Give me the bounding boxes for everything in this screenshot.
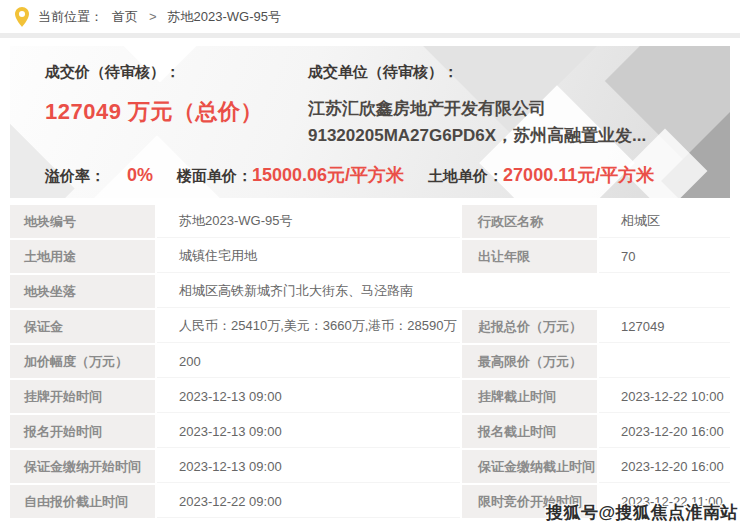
- field-label: 挂牌开始时间: [10, 380, 155, 413]
- field-value: 相城区高铁新城齐门北大街东、马泾路南: [157, 275, 730, 308]
- location-pin-icon: [15, 7, 29, 27]
- breadcrumb-separator: >: [149, 9, 157, 24]
- deal-unit-company-code: 91320205MA27G6PD6X，苏州高融置业发...: [308, 122, 730, 149]
- breadcrumb-prefix: 当前位置：: [38, 8, 103, 26]
- field-value: 苏地2023-WG-95号: [157, 205, 460, 238]
- field-label: 加价幅度（万元）: [10, 345, 155, 378]
- table-row: 保证金缴纳开始时间 2023-12-13 09:00 保证金缴纳截止时间 202…: [10, 450, 730, 483]
- field-label: 地块坐落: [10, 275, 155, 308]
- parcel-info-table: 地块编号 苏地2023-WG-95号 行政区名称 相城区 土地用途 城镇住宅用地…: [10, 205, 730, 518]
- field-value: 2023-12-22 10:00: [599, 380, 730, 413]
- field-value: 2023-12-13 09:00: [157, 380, 460, 413]
- breadcrumb-current: 苏地2023-WG-95号: [168, 8, 281, 26]
- field-label: 报名开始时间: [10, 415, 155, 448]
- field-label: 行政区名称: [462, 205, 597, 238]
- table-row: 挂牌开始时间 2023-12-13 09:00 挂牌截止时间 2023-12-2…: [10, 380, 730, 413]
- deal-unit-label: 成交单位（待审核）：: [308, 63, 730, 82]
- deal-price-label: 成交价（待审核）：: [45, 63, 263, 82]
- watermark: 搜狐号@搜狐焦点淮南站: [546, 501, 738, 524]
- breadcrumb: 当前位置： 首页 > 苏地2023-WG-95号: [0, 0, 740, 38]
- field-label: 地块编号: [10, 205, 155, 238]
- deal-summary-panel: 成交价（待审核）： 127049 万元（总价） 成交单位（待审核）： 江苏汇欣鑫…: [10, 46, 730, 198]
- table-row: 报名开始时间 2023-12-13 09:00 报名截止时间 2023-12-2…: [10, 415, 730, 448]
- deal-price-value: 127049 万元（总价）: [45, 97, 263, 127]
- field-label: 起报总价（万元）: [462, 310, 597, 343]
- stat-land-unit-price: 土地单价： 27000.11元/平方米: [428, 163, 654, 187]
- table-row: 加价幅度（万元） 200 最高限价（万元）: [10, 345, 730, 378]
- deal-stats-row: 溢价率： 0% 楼面单价： 15000.06元/平方米 土地单价： 27000.…: [45, 163, 654, 187]
- field-label: 保证金: [10, 310, 155, 343]
- field-value: 70: [599, 240, 730, 273]
- field-label: 出让年限: [462, 240, 597, 273]
- field-value: 2023-12-13 09:00: [157, 450, 460, 483]
- stat-premium-rate: 溢价率： 0%: [45, 165, 153, 186]
- field-value: 相城区: [599, 205, 730, 238]
- field-value: 2023-12-22 09:00: [157, 485, 460, 518]
- deal-unit-company-name: 江苏汇欣鑫房地产开发有限公司: [308, 95, 730, 122]
- field-value: 200: [157, 345, 460, 378]
- field-label: 最高限价（万元）: [462, 345, 597, 378]
- field-label: 报名截止时间: [462, 415, 597, 448]
- field-value: [599, 345, 730, 378]
- field-value: 人民币：25410万,美元：3660万,港币：28590万: [157, 310, 460, 343]
- field-value: 2023-12-13 09:00: [157, 415, 460, 448]
- field-label: 保证金缴纳截止时间: [462, 450, 597, 483]
- field-label: 自由报价截止时间: [10, 485, 155, 518]
- table-row: 土地用途 城镇住宅用地 出让年限 70: [10, 240, 730, 273]
- field-label: 挂牌截止时间: [462, 380, 597, 413]
- table-row: 保证金 人民币：25410万,美元：3660万,港币：28590万 起报总价（万…: [10, 310, 730, 343]
- stat-floor-unit-price: 楼面单价： 15000.06元/平方米: [177, 163, 404, 187]
- field-value: 2023-12-20 16:00: [599, 415, 730, 448]
- breadcrumb-home-link[interactable]: 首页: [112, 8, 138, 26]
- field-label: 土地用途: [10, 240, 155, 273]
- field-value: 城镇住宅用地: [157, 240, 460, 273]
- field-label: 保证金缴纳开始时间: [10, 450, 155, 483]
- table-row: 地块编号 苏地2023-WG-95号 行政区名称 相城区: [10, 205, 730, 238]
- field-value: 2023-12-20 16:00: [599, 450, 730, 483]
- field-value: 127049: [599, 310, 730, 343]
- table-row: 地块坐落 相城区高铁新城齐门北大街东、马泾路南: [10, 275, 730, 308]
